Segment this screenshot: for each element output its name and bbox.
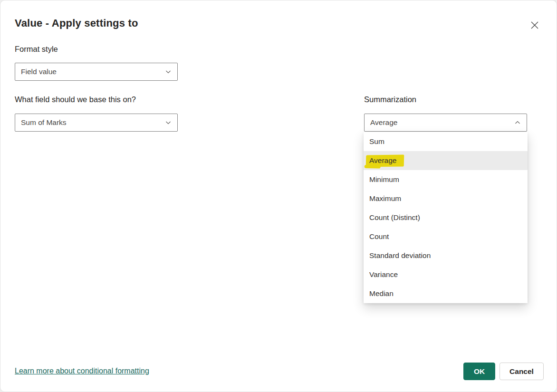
- summarization-option-variance[interactable]: Variance: [364, 265, 528, 284]
- chevron-down-icon: [165, 68, 172, 75]
- summarization-option-count[interactable]: Count: [364, 227, 528, 246]
- summarization-option-maximum[interactable]: Maximum: [364, 189, 528, 208]
- option-label: Average: [369, 156, 396, 165]
- option-label: Median: [369, 289, 394, 298]
- summarization-option-average[interactable]: Average: [364, 151, 528, 170]
- summarization-dropdown[interactable]: Average: [364, 114, 527, 132]
- format-style-value: Field value: [21, 67, 57, 76]
- chevron-down-icon: [165, 119, 172, 126]
- learn-more-link[interactable]: Learn more about conditional formatting: [15, 367, 149, 375]
- summarization-listbox: SumAverageMinimumMaximumCount (Distinct)…: [364, 132, 528, 303]
- cancel-button[interactable]: Cancel: [499, 363, 544, 380]
- option-label: Count: [369, 232, 389, 241]
- option-label: Sum: [369, 137, 384, 146]
- base-field-value: Sum of Marks: [21, 118, 67, 127]
- dialog-title: Value - Apply settings to: [15, 17, 138, 29]
- close-icon[interactable]: [527, 18, 542, 33]
- summarization-option-count-distinct[interactable]: Count (Distinct): [364, 208, 528, 227]
- base-field-label: What field should we base this on?: [15, 95, 136, 104]
- option-label: Minimum: [369, 175, 399, 184]
- summarization-value: Average: [370, 118, 397, 127]
- apply-settings-dialog: Value - Apply settings to Format style F…: [0, 0, 557, 392]
- chevron-up-icon: [514, 119, 521, 126]
- option-label: Count (Distinct): [369, 213, 420, 222]
- summarization-option-median[interactable]: Median: [364, 284, 528, 303]
- format-style-label: Format style: [15, 45, 58, 54]
- summarization-option-minimum[interactable]: Minimum: [364, 170, 528, 189]
- summarization-option-sum[interactable]: Sum: [364, 132, 528, 151]
- summarization-option-standard-deviation[interactable]: Standard deviation: [364, 246, 528, 265]
- ok-button[interactable]: OK: [463, 363, 495, 380]
- format-style-dropdown[interactable]: Field value: [15, 63, 178, 81]
- base-field-dropdown[interactable]: Sum of Marks: [15, 114, 178, 132]
- option-label: Maximum: [369, 194, 401, 203]
- option-label: Standard deviation: [369, 251, 431, 260]
- summarization-label: Summarization: [364, 95, 416, 104]
- option-label: Variance: [369, 270, 398, 279]
